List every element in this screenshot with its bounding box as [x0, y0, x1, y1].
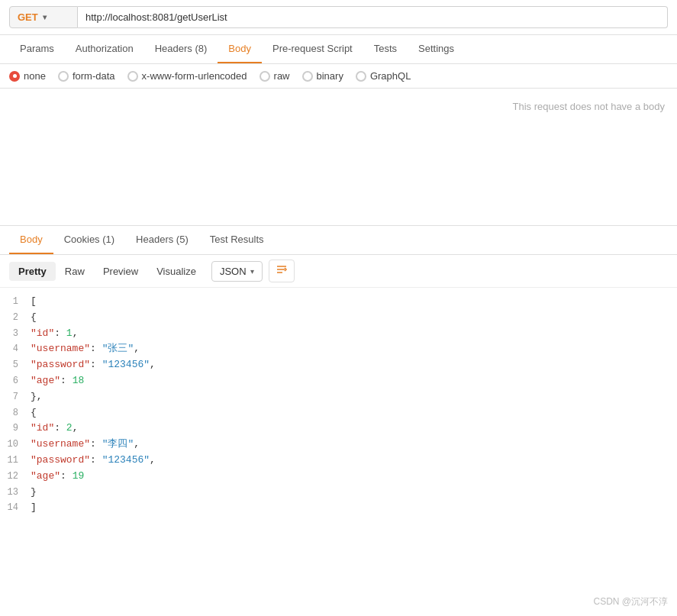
json-line: 3 "id": 1, [0, 326, 677, 342]
line-content: "username": "李四", [31, 437, 677, 453]
request-body-area: This request does not have a body [0, 89, 677, 226]
resp-tab-headers-(5)[interactable]: Headers (5) [125, 226, 199, 254]
fmt-btn-preview[interactable]: Preview [94, 262, 147, 281]
line-number: 5 [0, 358, 31, 373]
response-tabs: BodyCookies (1)Headers (5)Test Results [0, 226, 677, 255]
line-content: { [31, 405, 677, 421]
json-line: 5 "password": "123456", [0, 357, 677, 373]
line-number: 12 [0, 469, 31, 484]
line-content: ] [31, 500, 677, 516]
radio-dot-raw [260, 71, 270, 82]
radio-label-form-data: form-data [73, 70, 115, 82]
line-content: } [31, 485, 677, 501]
line-number: 7 [0, 390, 31, 405]
radio-label-none: none [24, 70, 46, 82]
method-select[interactable]: GET ▾ [9, 6, 78, 28]
line-number: 13 [0, 485, 31, 500]
body-type-binary[interactable]: binary [302, 70, 343, 82]
json-line: 14] [0, 500, 677, 516]
body-type-x-www-form-urlencoded[interactable]: x-www-form-urlencoded [127, 70, 247, 82]
json-line: 1[ [0, 294, 677, 310]
format-chevron-icon: ▾ [250, 267, 254, 276]
body-type-GraphQL[interactable]: GraphQL [356, 70, 411, 82]
line-number: 9 [0, 421, 31, 436]
radio-label-x-www-form-urlencoded: x-www-form-urlencoded [142, 70, 247, 82]
line-number: 11 [0, 453, 31, 468]
url-input[interactable] [78, 6, 668, 28]
req-tab-tests[interactable]: Tests [363, 35, 408, 63]
line-content: "age": 18 [31, 373, 677, 389]
req-tab-authorization[interactable]: Authorization [65, 35, 144, 63]
line-content: [ [31, 294, 677, 310]
json-viewer: 1[2 {3 "id": 1,4 "username": "张三",5 "pas… [0, 288, 677, 522]
line-number: 1 [0, 295, 31, 309]
body-type-bar: noneform-datax-www-form-urlencodedrawbin… [0, 64, 677, 89]
resp-tab-test-results[interactable]: Test Results [199, 226, 275, 254]
json-line: 6 "age": 18 [0, 373, 677, 389]
format-select[interactable]: JSON▾ [211, 261, 263, 282]
format-select-label: JSON [220, 266, 247, 277]
line-content: { [31, 310, 677, 326]
json-line: 9 "id": 2, [0, 421, 677, 437]
radio-dot-binary [302, 71, 313, 82]
req-tab-settings[interactable]: Settings [408, 35, 465, 63]
no-body-message: This request does not have a body [513, 101, 665, 112]
req-tab-body[interactable]: Body [218, 35, 262, 63]
json-line: 11 "password": "123456", [0, 453, 677, 469]
radio-label-raw: raw [274, 70, 290, 82]
format-bar: PrettyRawPreviewVisualizeJSON▾ [0, 255, 677, 288]
radio-dot-GraphQL [356, 71, 366, 82]
url-bar: GET ▾ [0, 0, 677, 35]
line-number: 3 [0, 327, 31, 341]
method-chevron: ▾ [43, 13, 47, 21]
line-number: 14 [0, 501, 31, 515]
response-section: BodyCookies (1)Headers (5)Test Results P… [0, 226, 677, 522]
json-line: 13 } [0, 485, 677, 501]
line-number: 10 [0, 437, 31, 452]
json-line: 4 "username": "张三", [0, 341, 677, 357]
req-tab-pre-request-script[interactable]: Pre-request Script [262, 35, 363, 63]
radio-label-GraphQL: GraphQL [370, 70, 411, 82]
body-type-form-data[interactable]: form-data [58, 70, 115, 82]
radio-label-binary: binary [317, 70, 343, 82]
line-content: "id": 2, [31, 421, 677, 437]
line-content: "password": "123456", [31, 357, 677, 373]
line-content: "username": "张三", [31, 341, 677, 357]
line-number: 8 [0, 406, 31, 421]
request-tabs: ParamsAuthorizationHeaders (8)BodyPre-re… [0, 35, 677, 64]
req-tab-params[interactable]: Params [9, 35, 65, 63]
line-content: "age": 19 [31, 469, 677, 485]
json-line: 12 "age": 19 [0, 469, 677, 485]
line-number: 6 [0, 374, 31, 389]
json-line: 8 { [0, 405, 677, 421]
body-type-raw[interactable]: raw [260, 70, 290, 82]
resp-tab-body[interactable]: Body [9, 226, 53, 254]
fmt-btn-raw[interactable]: Raw [56, 262, 94, 281]
radio-dot-none [9, 71, 20, 82]
json-line: 2 { [0, 310, 677, 326]
method-label: GET [18, 11, 38, 23]
fmt-btn-visualize[interactable]: Visualize [147, 262, 205, 281]
body-type-none[interactable]: none [9, 70, 46, 82]
line-content: "id": 1, [31, 326, 677, 342]
wrap-lines-icon[interactable] [269, 260, 295, 282]
fmt-btn-pretty[interactable]: Pretty [9, 262, 56, 281]
radio-dot-form-data [58, 71, 69, 82]
line-number: 2 [0, 311, 31, 325]
req-tab-headers-(8)[interactable]: Headers (8) [144, 35, 218, 63]
radio-dot-x-www-form-urlencoded [127, 71, 138, 82]
resp-tab-cookies-(1)[interactable]: Cookies (1) [53, 226, 125, 254]
json-line: 10 "username": "李四", [0, 437, 677, 453]
json-line: 7 }, [0, 389, 677, 405]
line-content: }, [31, 389, 677, 405]
line-number: 4 [0, 342, 31, 356]
line-content: "password": "123456", [31, 453, 677, 469]
